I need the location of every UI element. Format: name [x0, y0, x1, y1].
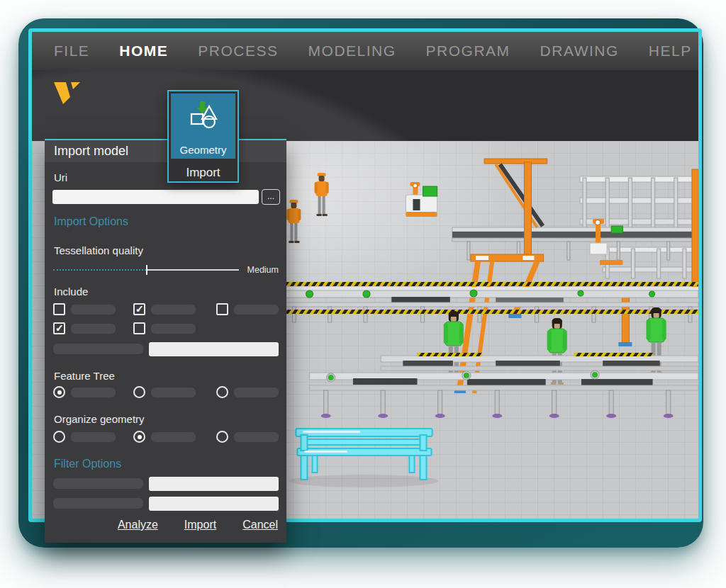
uri-input[interactable]: [52, 190, 259, 204]
uri-label: Uri: [54, 171, 67, 183]
feature-tree-option-placeholder: [234, 388, 279, 397]
include-option-placeholder: [71, 305, 116, 315]
filter-label-placeholder: [53, 478, 143, 489]
geometry-import-icon: [188, 101, 219, 132]
tessellation-slider[interactable]: [53, 265, 239, 275]
analyze-button[interactable]: Analyze: [118, 519, 158, 531]
organize-radio-1[interactable]: [53, 431, 65, 443]
include-option-placeholder: [151, 305, 196, 315]
menu-drawing[interactable]: DRAWING: [525, 43, 634, 60]
feature-tree-radio-1[interactable]: [53, 386, 65, 398]
include-option-placeholder: [234, 305, 279, 315]
feature-tree-option-placeholder: [71, 388, 116, 397]
tessellation-label: Tessellation quality: [54, 244, 143, 256]
include-checkbox-5[interactable]: [133, 322, 145, 334]
hazard-tape-front: [284, 310, 698, 314]
import-options-section: Import Options: [54, 215, 128, 228]
include-checkbox-1[interactable]: [53, 303, 65, 315]
feature-tree-radio-3[interactable]: [216, 386, 228, 398]
v-brand-logo: [52, 80, 82, 107]
feature-tree-radio-2[interactable]: [133, 386, 145, 398]
menu-modeling[interactable]: MODELING: [294, 43, 411, 60]
slider-value-label: Medium: [245, 265, 279, 275]
slider-track-empty: [146, 269, 239, 271]
organize-geometry-label: Organize geometry: [54, 413, 145, 425]
include-checkbox-2[interactable]: [133, 303, 145, 315]
include-dropdown[interactable]: [149, 342, 279, 356]
menu-home[interactable]: HOME: [104, 43, 183, 60]
menu-file[interactable]: FILE: [39, 43, 104, 60]
import-model-dialog: Import model Uri ... Import Options Tess…: [45, 139, 286, 543]
ribbon: [32, 70, 698, 141]
filter-input-2[interactable]: [149, 497, 279, 511]
feature-tree-label: Feature Tree: [54, 370, 115, 382]
geometry-button[interactable]: Geometry: [171, 94, 235, 159]
feature-tree-option-placeholder: [151, 388, 196, 397]
organize-option-placeholder: [151, 432, 196, 442]
middle-conveyor[interactable]: [284, 282, 698, 322]
include-checkbox-4[interactable]: [53, 322, 65, 334]
main-conveyor[interactable]: [309, 353, 698, 418]
slider-handle[interactable]: [146, 265, 147, 275]
menu-help[interactable]: HELP: [634, 43, 702, 60]
menu-program[interactable]: PROGRAM: [411, 43, 525, 60]
selected-bench[interactable]: [289, 429, 438, 487]
dialog-title[interactable]: Import model: [45, 140, 286, 162]
include-option-placeholder: [151, 324, 196, 334]
cancel-button[interactable]: Cancel: [242, 519, 278, 531]
ribbon-group-import: Geometry Import: [167, 90, 239, 183]
include-extra-placeholder: [53, 344, 143, 354]
orange-workers[interactable]: [286, 173, 328, 243]
slider-track-filled: [53, 269, 146, 271]
browse-button[interactable]: ...: [262, 189, 280, 205]
menu-process[interactable]: PROCESS: [183, 43, 293, 60]
menu-bar: FILE HOME PROCESS MODELING PROGRAM DRAWI…: [32, 32, 698, 70]
include-checkbox-3[interactable]: [216, 303, 228, 315]
geometry-button-label: Geometry: [180, 144, 227, 159]
hazard-tape-back: [284, 282, 698, 286]
include-option-placeholder: [71, 324, 116, 334]
organize-option-placeholder: [234, 432, 279, 442]
organize-radio-2[interactable]: [133, 431, 145, 443]
ribbon-group-label: Import: [169, 166, 238, 180]
stage: FILE HOME PROCESS MODELING PROGRAM DRAWI…: [0, 0, 726, 588]
filter-options-section: Filter Options: [54, 458, 121, 470]
import-button[interactable]: Import: [184, 519, 216, 531]
organize-option-placeholder: [71, 432, 116, 442]
filter-input-1[interactable]: [149, 477, 279, 491]
filter-label-placeholder: [53, 498, 143, 509]
organize-radio-3[interactable]: [216, 431, 228, 443]
include-label: Include: [54, 285, 88, 298]
